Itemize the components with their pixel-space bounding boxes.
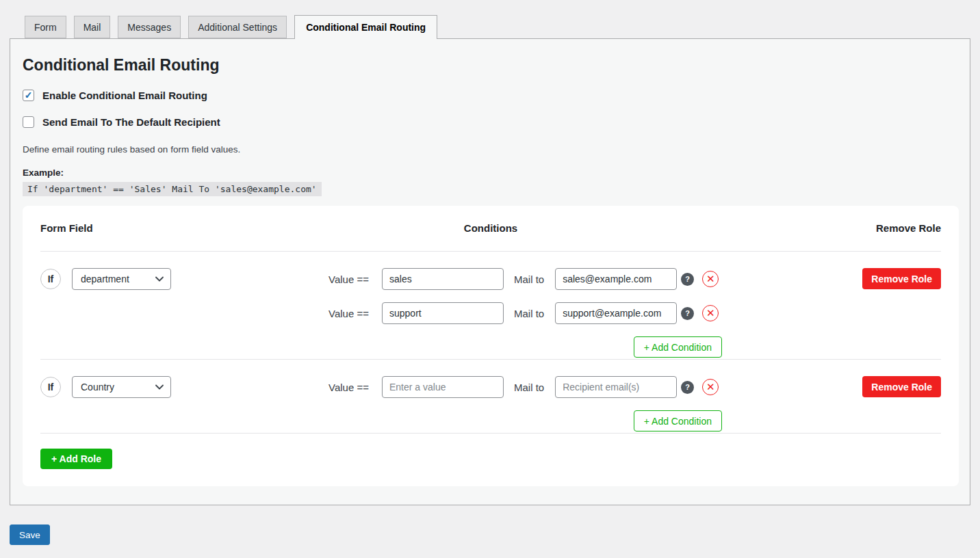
recipient-email-input[interactable] <box>555 302 677 324</box>
add-condition-button[interactable]: + Add Condition <box>634 336 722 358</box>
form-field-select[interactable]: Country <box>72 376 171 398</box>
condition-value-input[interactable] <box>382 302 504 324</box>
recipient-email-input[interactable] <box>555 268 677 290</box>
header-conditions: Conditions <box>464 222 517 234</box>
role-row-1: If department Value == Mail to ? ✕ <box>40 252 941 358</box>
x-icon: ✕ <box>706 274 715 284</box>
condition-value-input[interactable] <box>382 268 504 290</box>
value-operator-label: Value == <box>311 274 369 285</box>
x-icon: ✕ <box>706 308 715 318</box>
remove-condition-icon[interactable]: ✕ <box>702 305 719 321</box>
page-title: Conditional Email Routing <box>23 56 959 75</box>
add-role-button[interactable]: + Add Role <box>40 449 112 469</box>
add-condition-row: + Add Condition <box>311 336 722 358</box>
role-2-conditions: Value == Mail to ? ✕ + Add Condition <box>311 376 722 431</box>
tab-messages[interactable]: Messages <box>118 16 181 38</box>
save-button[interactable]: Save <box>10 524 50 545</box>
role-1-remove: Remove Role <box>722 268 941 289</box>
tab-panel: Conditional Email Routing ✓ Enable Condi… <box>10 38 970 505</box>
role-2-field-group: If Country <box>40 376 311 398</box>
routing-rules-card: Form Field Conditions Remove Role If dep… <box>23 206 959 486</box>
if-badge: If <box>40 377 61 397</box>
mail-to-label: Mail to <box>514 308 544 319</box>
form-field-select[interactable]: department <box>72 268 171 290</box>
check-icon: ✓ <box>25 90 33 100</box>
add-condition-row: + Add Condition <box>311 410 722 431</box>
mail-to-label: Mail to <box>514 274 544 285</box>
enable-routing-row: ✓ Enable Conditional Email Routing <box>23 90 959 101</box>
condition-row: Value == Mail to ? ✕ <box>311 302 722 324</box>
default-recipient-row: Send Email To The Default Recipient <box>23 116 959 128</box>
tab-conditional-email-routing[interactable]: Conditional Email Routing <box>294 15 437 39</box>
remove-condition-icon[interactable]: ✕ <box>702 271 719 287</box>
page: Form Mail Messages Additional Settings C… <box>0 0 980 545</box>
condition-value-input[interactable] <box>382 376 504 398</box>
tab-mail[interactable]: Mail <box>74 16 111 38</box>
tab-additional-settings[interactable]: Additional Settings <box>188 16 287 38</box>
remove-condition-icon[interactable]: ✕ <box>702 379 719 395</box>
routing-description: Define email routing rules based on form… <box>23 144 959 155</box>
if-badge: If <box>40 269 61 289</box>
tab-form[interactable]: Form <box>25 16 66 38</box>
role-1-conditions: Value == Mail to ? ✕ Value == Mail to <box>311 268 722 358</box>
role-divider <box>40 433 941 434</box>
settings-tabs: Form Mail Messages Additional Settings C… <box>10 15 970 38</box>
enable-routing-label: Enable Conditional Email Routing <box>42 90 207 101</box>
condition-row: Value == Mail to ? ✕ <box>311 268 722 290</box>
example-code: If 'department' == 'Sales' Mail To 'sale… <box>23 182 322 196</box>
chevron-down-icon <box>155 384 164 390</box>
rules-table-header: Form Field Conditions Remove Role <box>40 222 941 252</box>
recipient-email-input[interactable] <box>555 376 677 398</box>
form-field-select-value: Country <box>81 382 114 393</box>
help-icon[interactable]: ? <box>681 307 694 320</box>
help-icon[interactable]: ? <box>681 381 694 394</box>
condition-row: Value == Mail to ? ✕ <box>311 376 722 398</box>
role-2-remove: Remove Role <box>722 376 941 397</box>
header-remove-role: Remove Role <box>876 222 941 234</box>
role-1-field-group: If department <box>40 268 311 290</box>
mail-to-label: Mail to <box>514 382 544 393</box>
value-operator-label: Value == <box>311 308 369 319</box>
remove-role-button[interactable]: Remove Role <box>862 268 941 289</box>
x-icon: ✕ <box>706 382 715 392</box>
default-recipient-label: Send Email To The Default Recipient <box>42 116 220 128</box>
default-recipient-checkbox[interactable] <box>23 116 34 128</box>
role-row-2: If Country Value == Mail to ? ✕ <box>40 360 941 431</box>
chevron-down-icon <box>155 276 164 282</box>
enable-routing-checkbox[interactable]: ✓ <box>23 90 34 101</box>
add-condition-button[interactable]: + Add Condition <box>634 410 722 431</box>
header-form-field: Form Field <box>40 222 93 234</box>
value-operator-label: Value == <box>311 382 369 393</box>
form-field-select-value: department <box>81 274 129 284</box>
example-label: Example: <box>23 168 959 178</box>
help-icon[interactable]: ? <box>681 273 694 286</box>
remove-role-button[interactable]: Remove Role <box>862 376 941 397</box>
